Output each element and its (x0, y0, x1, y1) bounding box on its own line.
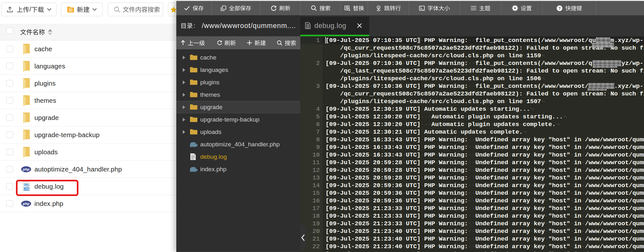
svg-text:?: ? (558, 6, 561, 10)
svg-text:php: php (22, 202, 29, 206)
svg-text:php: php (22, 167, 29, 171)
